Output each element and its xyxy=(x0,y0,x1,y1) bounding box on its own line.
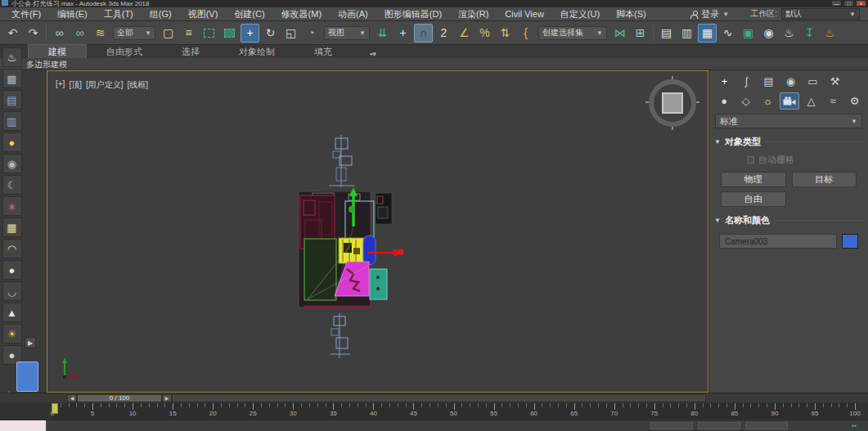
utilities-tab-icon[interactable]: ⚒ xyxy=(825,73,845,90)
display-tab-icon[interactable]: ▭ xyxy=(803,73,823,90)
mirror-icon[interactable]: ⋈ xyxy=(610,24,629,43)
viewcube[interactable] xyxy=(645,76,699,130)
ribbon-panel-label[interactable]: 多边形建模 xyxy=(0,58,868,70)
coordinate-field-z[interactable] xyxy=(745,422,788,429)
create-tab-icon[interactable]: + xyxy=(714,73,735,90)
viewport-view-label[interactable]: [顶] xyxy=(69,79,82,91)
menu-item[interactable]: 脚本(S) xyxy=(608,7,654,20)
grid-plate-icon[interactable]: ▦ xyxy=(2,218,22,237)
cone-light-icon[interactable]: ▲ xyxy=(2,303,22,322)
menu-item[interactable]: 图形编辑器(D) xyxy=(376,7,450,20)
select-by-name-icon[interactable]: ≡ xyxy=(179,24,198,43)
edit-named-selection-sets-icon[interactable]: { xyxy=(516,24,535,43)
angle-snap-icon[interactable]: ∠ xyxy=(455,24,474,43)
geometry-category-icon[interactable]: ● xyxy=(714,92,735,110)
track-bar[interactable]: 0510152025303540455055606570758085909510… xyxy=(0,402,868,420)
autogrid-checkbox[interactable] xyxy=(747,156,754,164)
cameras-category-icon[interactable] xyxy=(780,92,800,110)
schematic-view-icon[interactable]: ▣ xyxy=(739,24,758,43)
reference-coordinate-dropdown[interactable]: 视图▼ xyxy=(324,26,370,40)
select-and-move-icon[interactable]: + xyxy=(241,24,259,43)
expand-arrow-button[interactable]: ▶ xyxy=(25,337,36,348)
rectangular-selection-region-icon[interactable] xyxy=(200,24,218,43)
menu-item[interactable]: 文件(F) xyxy=(3,7,49,20)
menu-item[interactable]: Civil View xyxy=(497,7,551,20)
light-bulb-icon[interactable]: ● xyxy=(2,132,22,152)
physical-camera-button[interactable]: 物理 xyxy=(721,172,786,187)
ribbon-tab-自由形式[interactable]: 自由形式 xyxy=(87,45,162,58)
track-bar-ruler[interactable]: 0510152025303540455055606570758085909510… xyxy=(52,403,855,419)
select-and-scale-icon[interactable]: ◱ xyxy=(281,24,300,43)
render-setup-icon[interactable]: ♨ xyxy=(780,24,798,43)
motion-tab-icon[interactable]: ◉ xyxy=(780,73,801,90)
ribbon-tab-选择[interactable]: 选择 xyxy=(162,45,219,58)
close-button[interactable]: × xyxy=(856,0,866,7)
sphere-light-icon[interactable]: ● xyxy=(2,260,22,280)
select-object-icon[interactable]: ▢ xyxy=(159,24,178,43)
rendered-frame-window-icon[interactable]: ↧ xyxy=(800,24,819,43)
time-slider-handle[interactable]: 0 / 100 xyxy=(77,394,162,402)
hierarchy-tab-icon[interactable]: ▤ xyxy=(758,73,779,90)
align-icon[interactable]: ⊞ xyxy=(631,24,650,43)
menu-item[interactable]: 工具(T) xyxy=(96,7,142,20)
use-center-icon[interactable]: ◔ xyxy=(302,24,321,43)
camera-type-dropdown[interactable]: 标准 ▼ xyxy=(715,114,862,128)
ribbon-tab-对象绘制[interactable]: 对象绘制 xyxy=(219,45,295,58)
object-name-field[interactable]: Camera003 xyxy=(719,234,837,249)
viewport-user-label[interactable]: [用户定义] xyxy=(86,79,124,91)
snaps-toggle-icon[interactable]: ∩ xyxy=(414,24,433,43)
systems-category-icon[interactable]: ⚙ xyxy=(844,92,865,110)
viewcube-face[interactable] xyxy=(662,92,683,114)
maxscript-mini-listener[interactable] xyxy=(0,420,47,431)
material-editor-icon[interactable]: ◉ xyxy=(759,24,778,43)
scene-explorer-window-icon[interactable]: ▤ xyxy=(2,90,22,110)
menu-item[interactable]: 自定义(U) xyxy=(552,7,608,20)
camera-tool-icon[interactable]: ◉ xyxy=(2,154,22,173)
maximize-button[interactable]: □ xyxy=(843,0,854,7)
menu-item[interactable]: 修改器(M) xyxy=(273,7,331,20)
named-selection-sets-dropdown[interactable]: 创建选择集▼ xyxy=(538,26,607,40)
select-and-rotate-icon[interactable]: ↻ xyxy=(261,24,280,43)
object-type-rollout[interactable]: ▼ 对象类型 xyxy=(714,136,863,148)
coordinate-field-y[interactable] xyxy=(698,422,740,429)
spinner-snap-icon[interactable]: ⇅ xyxy=(496,24,515,43)
dome-light-icon[interactable]: ◠ xyxy=(2,239,22,258)
ribbon-tab-填充[interactable]: 填充 xyxy=(295,45,352,58)
window-crossing-icon[interactable] xyxy=(220,24,239,43)
helpers-category-icon[interactable]: △ xyxy=(801,92,821,110)
selection-filter-dropdown[interactable]: 全部▼ xyxy=(113,26,155,40)
teapot-white-icon[interactable]: ♨ xyxy=(2,47,22,67)
workspace-selector[interactable]: 工作区: 默认 ▼ xyxy=(735,8,865,20)
next-frame-button[interactable]: ▶ xyxy=(162,394,172,402)
menu-item[interactable]: 组(G) xyxy=(142,7,180,20)
undo-icon[interactable]: ↶ xyxy=(3,24,22,43)
sun-light-icon[interactable]: ☀ xyxy=(2,324,22,343)
shapes-category-icon[interactable]: ◇ xyxy=(736,92,757,110)
select-and-link-icon[interactable]: ∞ xyxy=(50,24,69,43)
ribbon-tab-建模[interactable]: 建模 xyxy=(28,44,87,58)
name-color-rollout[interactable]: ▼ 名称和颜色 xyxy=(714,214,863,227)
layer-explorer-window-icon[interactable]: ▥ xyxy=(2,111,22,131)
menu-item[interactable]: 创建(C) xyxy=(226,7,272,20)
viewport-menu-plus[interactable]: [+] xyxy=(56,79,65,91)
minimize-button[interactable]: — xyxy=(831,0,842,7)
time-slider-track[interactable] xyxy=(172,394,706,402)
toggle-ribbon-icon[interactable]: ▦ xyxy=(698,24,717,43)
curve-editor-icon[interactable]: ∿ xyxy=(718,24,737,43)
bind-to-spacewarp-icon[interactable]: ≋ xyxy=(91,24,110,43)
previous-frame-button[interactable]: ◀ xyxy=(67,394,77,402)
select-and-manipulate-icon[interactable]: ⇊ xyxy=(373,24,392,43)
scene-explorer-icon[interactable]: ▥ xyxy=(677,24,696,43)
free-camera-button[interactable]: 自由 xyxy=(721,191,786,207)
spacewarps-category-icon[interactable]: ≈ xyxy=(823,92,843,110)
menu-item[interactable]: 动画(A) xyxy=(330,7,376,20)
modify-tab-icon[interactable]: ∫ xyxy=(736,73,757,90)
object-color-swatch[interactable] xyxy=(842,234,858,249)
menu-item[interactable]: 视图(V) xyxy=(180,7,227,20)
menu-item[interactable]: 渲染(R) xyxy=(450,7,497,20)
snaps-25d-icon[interactable]: 2 xyxy=(434,24,453,43)
menu-item[interactable]: 编辑(E) xyxy=(49,7,96,20)
percent-snap-icon[interactable]: % xyxy=(475,24,494,43)
blue-panel-swatch[interactable] xyxy=(16,361,38,392)
motion-red-icon[interactable]: ∗ xyxy=(2,196,22,216)
